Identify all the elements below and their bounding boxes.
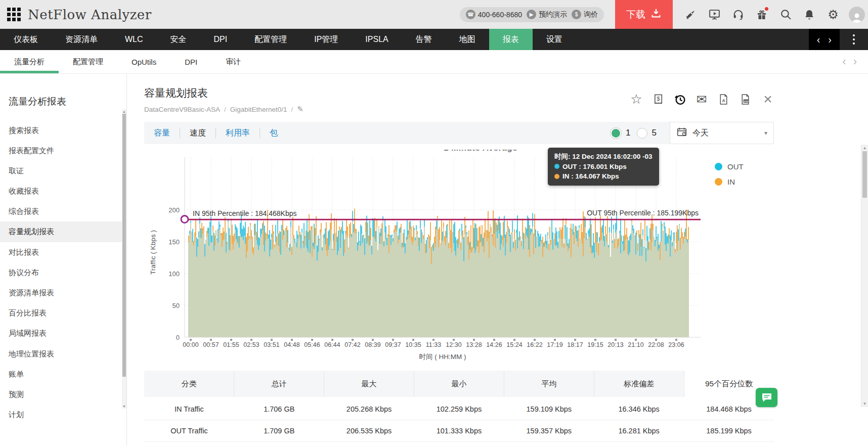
sidebar-item-5[interactable]: 容量规划报表 <box>0 221 126 242</box>
email-icon[interactable]: ✉ <box>695 92 709 106</box>
sidebar-item-9[interactable]: 百分比报表 <box>0 303 126 323</box>
favorite-star-icon[interactable]: ☆ <box>629 92 643 106</box>
tab-2[interactable]: 利用率 <box>216 122 259 144</box>
nav-item-4[interactable]: DPI <box>200 29 241 50</box>
sidebar-scroll-down-icon[interactable]: ▼ <box>122 405 126 408</box>
nav-item-9[interactable]: 地图 <box>446 29 489 50</box>
svg-text:21:10: 21:10 <box>628 341 643 348</box>
subnav-item-4[interactable]: 审计 <box>211 50 255 73</box>
tab-1[interactable]: 速度 <box>180 122 215 144</box>
subnav-prev-icon[interactable]: ‹ <box>842 55 846 68</box>
sidebar-item-11[interactable]: 地理位置报表 <box>0 344 126 364</box>
sidebar-item-13[interactable]: 预测 <box>0 384 126 405</box>
nav-item-2[interactable]: WLC <box>111 29 157 50</box>
sidebar-scrollbar[interactable]: ▲ ▼ <box>122 109 126 409</box>
demo-item[interactable]: ▶ 预约演示 <box>527 10 567 19</box>
sidebar-item-14[interactable]: 计划 <box>0 405 126 419</box>
nav-item-10[interactable]: 报表 <box>489 29 533 50</box>
subnav-item-0[interactable]: 流量分析 <box>0 50 59 73</box>
sidebar-item-3[interactable]: 收藏报表 <box>0 181 126 201</box>
table-cell: 16.346 Kbps <box>594 398 684 420</box>
sidebar-item-4[interactable]: 综合报表 <box>0 201 126 221</box>
svg-text:23:06: 23:06 <box>668 341 684 348</box>
nav-item-3[interactable]: 安全 <box>157 29 200 50</box>
table-header-1: 总计 <box>234 371 324 398</box>
nav-item-0[interactable]: 仪表板 <box>0 29 52 50</box>
nav-next-icon[interactable]: › <box>828 34 832 46</box>
gift-icon[interactable] <box>755 8 768 21</box>
svg-text:10:35: 10:35 <box>405 341 421 348</box>
sidebar-item-2[interactable]: 取证 <box>0 161 126 181</box>
nav-prev-icon[interactable]: ‹ <box>817 34 820 46</box>
nav-item-6[interactable]: IP管理 <box>300 29 352 50</box>
radio-label: 1 <box>626 128 630 138</box>
breadcrumb-device[interactable]: DataCentreV9Basic-ASA <box>144 106 220 113</box>
sidebar-scroll-up-icon[interactable]: ▲ <box>122 110 126 113</box>
sidebar-item-6[interactable]: 对比报表 <box>0 242 126 262</box>
avatar[interactable] <box>849 7 865 23</box>
radio-selected-icon[interactable] <box>611 128 621 139</box>
sidebar-item-10[interactable]: 局域网报表 <box>0 323 126 343</box>
table-row: OUT Traffic1.709 GB206.535 Kbps101.333 K… <box>144 420 774 442</box>
legend-item-in[interactable]: IN <box>715 177 744 186</box>
phone-item[interactable]: ☎ 400-660-8680 <box>466 10 522 19</box>
subnav-item-3[interactable]: DPI <box>170 50 211 73</box>
close-icon[interactable]: × <box>760 92 774 106</box>
tab-0[interactable]: 容量 <box>144 122 180 144</box>
svg-text:时间 ( HH:MM ): 时间 ( HH:MM ) <box>419 353 466 361</box>
subnav-next-icon[interactable]: › <box>853 55 857 68</box>
page-scroll-down-icon[interactable]: ▼ <box>861 402 868 406</box>
radio-unselected-icon[interactable] <box>637 128 647 139</box>
sidebar-item-7[interactable]: 协议分布 <box>0 262 126 283</box>
granularity-option-1[interactable]: 1 <box>611 128 630 139</box>
demo-screen-icon[interactable] <box>708 8 721 21</box>
svg-text:200: 200 <box>168 206 180 214</box>
nav-item-5[interactable]: 配置管理 <box>241 29 300 50</box>
nav-item-8[interactable]: 告警 <box>402 29 446 50</box>
sidebar-scroll-thumb[interactable] <box>122 114 126 377</box>
quote-item[interactable]: $ 询价 <box>572 10 598 19</box>
sidebar-item-8[interactable]: 资源清单报表 <box>0 283 126 303</box>
billing-icon[interactable]: $ <box>651 92 665 106</box>
app-launcher-grid-icon[interactable] <box>7 8 21 21</box>
bell-icon[interactable] <box>803 8 816 21</box>
date-range-value: 今天 <box>692 128 759 139</box>
svg-text:19:15: 19:15 <box>587 341 603 348</box>
page-scroll-thumb[interactable] <box>862 151 867 198</box>
calendar-icon <box>676 126 687 140</box>
nav-item-11[interactable]: 设置 <box>533 29 576 50</box>
headset-icon[interactable] <box>731 8 745 21</box>
csv-export-icon[interactable]: csv <box>738 92 752 106</box>
page-scrollbar[interactable]: ▲ ▼ <box>861 145 868 407</box>
chart-canvas[interactable]: 05010015020000:0000:5701:5502:5303:5104:… <box>144 151 774 366</box>
quote-label: 询价 <box>584 10 598 19</box>
live-chat-button[interactable] <box>756 388 777 407</box>
nav-item-7[interactable]: IPSLA <box>352 29 402 50</box>
sidebar-item-0[interactable]: 搜索报表 <box>0 120 126 141</box>
kebab-menu-icon[interactable] <box>840 29 868 50</box>
granularity-option-5[interactable]: 5 <box>637 128 657 139</box>
sidebar-item-1[interactable]: 报表配置文件 <box>0 141 126 161</box>
nav-item-1[interactable]: 资源清单 <box>52 29 111 50</box>
tab-3[interactable]: 包 <box>260 122 287 144</box>
page-scroll-up-icon[interactable]: ▲ <box>861 146 868 150</box>
breadcrumb-interface[interactable]: GigabitEthernet0/1 <box>230 106 287 113</box>
gear-icon[interactable]: ⚙ <box>827 8 840 21</box>
table-header-3: 最小 <box>414 371 504 398</box>
svg-text:01:55: 01:55 <box>223 341 239 348</box>
subnav-item-1[interactable]: 配置管理 <box>59 50 117 73</box>
legend-in-dot <box>715 178 722 186</box>
download-button[interactable]: 下载 <box>615 0 673 29</box>
edit-icon[interactable]: ✎ <box>297 105 303 114</box>
schedule-clock-icon[interactable] <box>673 92 687 106</box>
svg-text:17:19: 17:19 <box>547 341 562 348</box>
rocket-icon[interactable] <box>684 8 697 21</box>
contact-pill: ☎ 400-660-8680 ▶ 预约演示 $ 询价 <box>460 7 604 22</box>
legend-item-out[interactable]: OUT <box>715 162 744 171</box>
subnav-item-2[interactable]: OpUtils <box>117 50 170 73</box>
search-icon[interactable] <box>779 8 792 21</box>
date-range-picker[interactable]: 今天 ▾ <box>670 122 774 144</box>
nav-scroll-arrows[interactable]: ‹ › <box>809 29 840 50</box>
pdf-export-icon[interactable]: A <box>716 92 730 106</box>
sidebar-item-12[interactable]: 账单 <box>0 364 126 384</box>
